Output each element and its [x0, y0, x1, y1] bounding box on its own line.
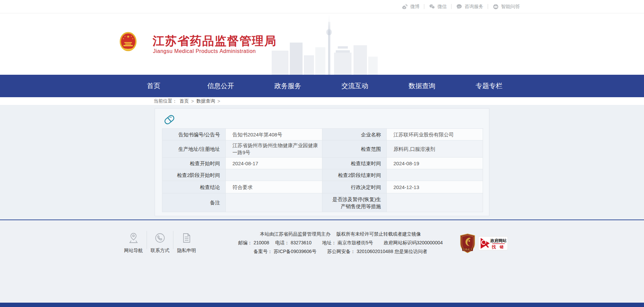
site-header: ★ ★ ★ ★ ★ 江苏省药品监督管理局 Jiangsu Medical Pro…	[0, 14, 644, 75]
row-value: 2024-08-17	[226, 158, 322, 169]
row-value: 原料药,口服溶液剂	[387, 140, 483, 158]
row-label: 企业名称	[322, 129, 387, 140]
nav-item-data-query[interactable]: 数据查询	[397, 81, 447, 90]
bottom-bar	[0, 303, 644, 307]
row-value	[226, 193, 322, 212]
svg-text:★: ★	[124, 35, 126, 37]
city-skyline-graphic	[268, 14, 382, 75]
row-value: 2024-08-19	[387, 158, 483, 169]
breadcrumb: 当前位置： 首页 > 数据查询 >	[0, 97, 644, 105]
footer-info-text: 本站由江苏省药品监督管理局主办 版权所有未经许可禁止转载或者建立镜像 邮编： 2…	[236, 230, 444, 256]
footer-link-label: 联系方式	[151, 248, 169, 254]
wechat-label: 微信	[437, 4, 447, 10]
breadcrumb-separator: >	[217, 99, 220, 104]
row-label: 备注	[162, 193, 226, 212]
footer-link-sitemap[interactable]: 网站导航	[121, 230, 146, 254]
record-panel: 告知书编号/公告号 告知书2024年第408号 企业名称 江苏联环药业股份有限公…	[155, 108, 489, 216]
wechat-link[interactable]: 微信	[429, 3, 447, 10]
row-label: 行政决定时间	[322, 181, 387, 193]
weibo-icon	[401, 3, 408, 10]
footer-quicklinks-divider	[173, 231, 173, 249]
party-badge-label: 党政机关	[463, 248, 473, 251]
table-row: 检查2阶段开始时间 检查2阶段结束时间	[162, 169, 483, 181]
svg-text:★: ★	[126, 35, 130, 39]
nav-item-special-topics[interactable]: 专题专栏	[464, 81, 514, 90]
row-label: 检查开始时间	[162, 158, 226, 169]
footer-link-privacy[interactable]: 隐私申明	[174, 230, 199, 254]
pill-icon	[163, 113, 176, 127]
table-row: 告知书编号/公告号 告知书2024年第408号 企业名称 江苏联环药业股份有限公…	[162, 129, 483, 140]
consult-service-label: 咨询服务	[465, 4, 483, 10]
row-label: 告知书编号/公告号	[162, 129, 226, 140]
row-label: 生产地址/注册地址	[162, 140, 226, 158]
topbar-divider	[424, 4, 424, 9]
row-label: 检查结论	[162, 181, 226, 193]
footer-line-icp: 备案号： 苏ICP备09039606号 苏公网安备： 3201060201048…	[236, 247, 444, 256]
inspection-record-table: 告知书编号/公告号 告知书2024年第408号 企业名称 江苏联环药业股份有限公…	[162, 128, 483, 212]
breadcrumb-section-link[interactable]: 数据查询	[196, 98, 215, 104]
smart-qa-label: 智能问答	[501, 4, 520, 10]
row-value	[387, 169, 483, 181]
table-row: 检查开始时间 2024-08-17 检查结束时间 2024-08-19	[162, 158, 483, 169]
row-label: 检查结束时间	[322, 158, 387, 169]
footer-link-label: 隐私申明	[177, 248, 196, 254]
site-title: 江苏省药品监督管理局	[153, 33, 277, 49]
content-area: 告知书编号/公告号 告知书2024年第408号 企业名称 江苏联环药业股份有限公…	[0, 105, 644, 220]
row-value: 告知书2024年第408号	[226, 129, 322, 140]
nav-item-gov-services[interactable]: 政务服务	[263, 81, 313, 90]
nav-item-home[interactable]: 首页	[128, 81, 179, 90]
site-subtitle: Jiangsu Medical Products Administration	[153, 48, 256, 54]
footer-quicklinks-divider	[147, 231, 147, 249]
weibo-label: 微博	[410, 4, 420, 10]
breadcrumb-separator: >	[191, 99, 194, 104]
footer-line-host: 本站由江苏省药品监督管理局主办 版权所有未经许可禁止转载或者建立镜像	[236, 230, 444, 238]
nav-item-interaction[interactable]: 交流互动	[330, 81, 380, 90]
china-national-emblem: ★ ★ ★ ★ ★	[119, 32, 137, 53]
robot-icon	[492, 3, 499, 10]
row-value	[226, 169, 322, 181]
footer: 网站导航 联系方式 隐私申明	[0, 220, 644, 303]
phone-icon	[155, 230, 165, 246]
footer-line-contact: 邮编： 210008 电话： 83273610 地址： 南京市鼓楼街5号 政府网…	[236, 238, 444, 247]
chat-bubble-icon	[456, 3, 463, 10]
row-value: 江苏省扬州市扬州生物健康产业园健康一路9号	[226, 140, 322, 158]
error-badge-top-label: 政府网站	[490, 238, 507, 243]
document-icon	[181, 230, 192, 246]
row-value: 江苏联环药业股份有限公司	[387, 129, 483, 140]
consult-service-link[interactable]: 咨询服务	[456, 3, 483, 10]
nav-item-info-disclosure[interactable]: 信息公开	[196, 81, 246, 90]
footer-link-contact[interactable]: 联系方式	[148, 230, 172, 254]
topbar-divider	[451, 4, 451, 9]
row-label: 检查范围	[322, 140, 387, 158]
row-value	[387, 193, 483, 212]
smart-qa-link[interactable]: 智能问答	[492, 3, 520, 10]
svg-text:★: ★	[130, 35, 132, 37]
footer-badges: 党政机关 政府网站 找 错	[460, 234, 508, 253]
footer-quicklinks: 网站导航 联系方式 隐私申明	[121, 230, 199, 254]
svg-text:★: ★	[123, 38, 124, 40]
error-badge-bottom-label: 找 错	[491, 245, 505, 249]
row-label: 是否涉及暂停(恢复)生产销售使用等措施	[322, 193, 387, 212]
row-value: 2024-12-13	[387, 181, 483, 193]
wechat-icon	[429, 3, 435, 10]
table-row: 检查结论 符合要求 行政决定时间 2024-12-13	[162, 181, 483, 193]
row-value: 符合要求	[226, 181, 322, 193]
party-government-badge[interactable]: 党政机关	[460, 234, 476, 253]
footer-link-label: 网站导航	[124, 248, 143, 254]
table-row: 备注 是否涉及暂停(恢复)生产销售使用等措施	[162, 193, 483, 212]
weibo-link[interactable]: 微博	[401, 3, 420, 10]
row-label: 检查2阶段结束时间	[322, 169, 387, 181]
breadcrumb-prefix: 当前位置：	[154, 98, 177, 104]
row-label: 检查2阶段开始时间	[162, 169, 226, 181]
top-utility-bar: 微博 微信 咨询服务	[0, 0, 644, 13]
website-error-report-badge[interactable]: 政府网站 找 错	[478, 236, 508, 250]
table-row: 生产地址/注册地址 江苏省扬州市扬州生物健康产业园健康一路9号 检查范围 原料药…	[162, 140, 483, 158]
topbar-divider	[488, 4, 488, 9]
breadcrumb-home-link[interactable]: 首页	[179, 98, 189, 104]
map-pin-icon	[128, 230, 139, 246]
main-nav: 首页 信息公开 政务服务 交流互动 数据查询 专题专栏	[0, 75, 644, 97]
svg-text:★: ★	[132, 38, 134, 40]
